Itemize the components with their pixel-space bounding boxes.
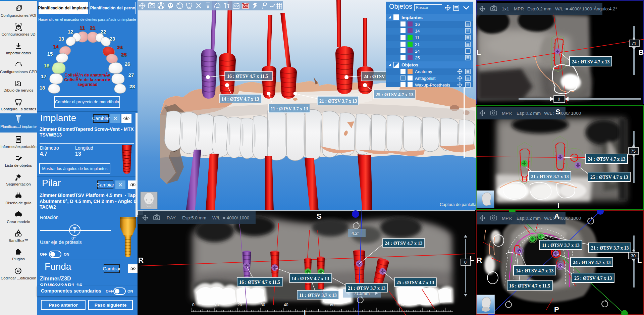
svg-text:30: 30 (261, 303, 265, 307)
svg-text:W/L := 4000/ 1000: W/L := 4000/ 1000 (544, 111, 581, 116)
svg-text:24 : ØTSV 4.7 x 13: 24 : ØTSV 4.7 x 13 (572, 59, 610, 64)
svg-text:Esp:0.2 mm: Esp:0.2 mm (517, 111, 541, 116)
svg-text:25 : ØTSV 4.7 x 13: 25 : ØTSV 4.7 x 13 (396, 280, 434, 285)
svg-text:24 : ØTSV 4.7 x 13: 24 : ØTSV 4.7 x 13 (385, 241, 423, 246)
svg-text:25 : ØTSV 4.7 x 13: 25 : ØTSV 4.7 x 13 (376, 92, 414, 97)
svg-text:25 : ØTSV 4.7 x 13: 25 : ØTSV 4.7 x 13 (574, 276, 612, 281)
svg-text:75: 75 (631, 149, 636, 154)
svg-text:MPR: MPR (514, 6, 524, 11)
svg-text:22: 22 (101, 29, 106, 35)
svg-text:0: 0 (558, 97, 560, 102)
svg-text:21: 21 (90, 25, 96, 31)
svg-text:14 : ØTSV 4.7 x 13: 14 : ØTSV 4.7 x 13 (516, 268, 554, 273)
svg-text:26: 26 (125, 61, 130, 67)
svg-text:90: 90 (399, 303, 404, 307)
svg-text:27: 27 (128, 72, 134, 78)
svg-text:Ángulo:4.2°: Ángulo:4.2° (594, 6, 617, 11)
svg-text:30: 30 (631, 254, 636, 258)
svg-text:11 : ØTSV 3.7 x 13: 11 : ØTSV 3.7 x 13 (542, 243, 580, 248)
svg-text:I: I (304, 309, 306, 315)
svg-text:21 : ØTSV 3.7 x 13: 21 : ØTSV 3.7 x 13 (319, 99, 357, 104)
svg-text:W/L := 4000/ 1000: W/L := 4000/ 1000 (212, 215, 249, 220)
svg-text:60: 60 (330, 303, 335, 307)
svg-text:11 : ØTSV 3.7 x 13: 11 : ØTSV 3.7 x 13 (299, 293, 337, 298)
svg-text:0: 0 (464, 260, 467, 265)
svg-text:0: 0 (192, 303, 195, 307)
svg-text:21 : ØTSV 3.7 x 13: 21 : ØTSV 3.7 x 13 (348, 286, 386, 291)
svg-text:4.2°: 4.2° (352, 231, 359, 236)
svg-text:28: 28 (129, 84, 135, 89)
svg-text:I: I (557, 202, 559, 209)
svg-text:11 : ØTSV 3.7 x 13: 11 : ØTSV 3.7 x 13 (271, 106, 308, 111)
svg-text:R: R (477, 256, 482, 264)
svg-text:Esp:0.2 mm: Esp:0.2 mm (527, 6, 551, 11)
svg-text:24: 24 (117, 44, 123, 50)
svg-text:40: 40 (284, 303, 288, 307)
svg-text:24 : ØTSV 4.7 x 13: 24 : ØTSV 4.7 x 13 (588, 157, 626, 162)
svg-text:B: B (639, 48, 644, 56)
svg-text:S: S (317, 212, 322, 220)
svg-text:R: R (138, 256, 144, 264)
svg-text:1x1: 1x1 (502, 6, 509, 11)
svg-text:11: 11 (79, 25, 85, 31)
svg-text:S: S (555, 108, 560, 116)
svg-text:L: L (637, 256, 642, 264)
svg-text:MPR: MPR (502, 111, 512, 116)
svg-text:17: 17 (41, 73, 47, 79)
svg-text:A: A (554, 212, 559, 220)
svg-text:21 : ØTSV 3.7 x 13: 21 : ØTSV 3.7 x 13 (591, 246, 629, 251)
svg-text:L: L (477, 48, 481, 56)
svg-text:20: 20 (237, 303, 242, 307)
svg-text:23: 23 (110, 36, 115, 42)
svg-text:13: 13 (59, 36, 64, 42)
svg-text:W/L := 4000/ 1000: W/L := 4000/ 1000 (544, 216, 581, 221)
svg-text:14: 14 (53, 44, 59, 49)
svg-text:16 : ØTSV 4.7 x 11.5: 16 : ØTSV 4.7 x 11.5 (509, 283, 550, 288)
svg-text:10: 10 (214, 303, 219, 307)
svg-text:16 : ØTSV 4.7 x 11.5: 16 : ØTSV 4.7 x 11.5 (227, 74, 268, 79)
svg-text:ColisiÃ³n de la zona de: ColisiÃ³n de la zona de (64, 77, 110, 82)
svg-text:RAY: RAY (167, 215, 176, 220)
svg-text:24 : ØTSV 4.7 x 13: 24 : ØTSV 4.7 x 13 (573, 260, 611, 265)
svg-text:Esp:0.2 mm: Esp:0.2 mm (517, 216, 541, 221)
svg-text:12: 12 (68, 29, 73, 35)
svg-text:16 : ØTSV 4.7 x 11.5: 16 : ØTSV 4.7 x 11.5 (239, 280, 280, 285)
svg-text:14 : ØTSV 4.7 x 13: 14 : ØTSV 4.7 x 13 (221, 97, 259, 102)
svg-text:seguridad: seguridad (77, 82, 98, 87)
svg-text:25: 25 (121, 52, 127, 57)
svg-text:21 : ØTSV 3.7 x 13: 21 : ØTSV 3.7 x 13 (531, 174, 569, 179)
svg-text:Captura de pantalla: Captura de pantalla (440, 202, 476, 207)
svg-text:15: 15 (47, 51, 53, 57)
svg-text:14 : ØTSV 4.7 x 13: 14 : ØTSV 4.7 x 13 (291, 276, 329, 281)
svg-text:P: P (554, 305, 559, 314)
svg-text:MPR: MPR (502, 216, 512, 221)
svg-text:Esp:5.0 mm: Esp:5.0 mm (182, 215, 206, 220)
svg-text:71: 71 (632, 41, 636, 46)
svg-text:W/L := 4000/ 1000: W/L := 4000/ 1000 (555, 6, 592, 11)
svg-text:25 : ØTSV 4.7 x 13: 25 : ØTSV 4.7 x 13 (590, 175, 628, 180)
svg-text:16: 16 (44, 63, 50, 68)
svg-text:ColisiÃ³n de anatomÃ­a: ColisiÃ³n de anatomÃ­a (65, 72, 111, 77)
svg-text:24 : ØTSV 4: 24 : ØTSV 4 (364, 74, 388, 79)
svg-text:18: 18 (40, 85, 45, 91)
